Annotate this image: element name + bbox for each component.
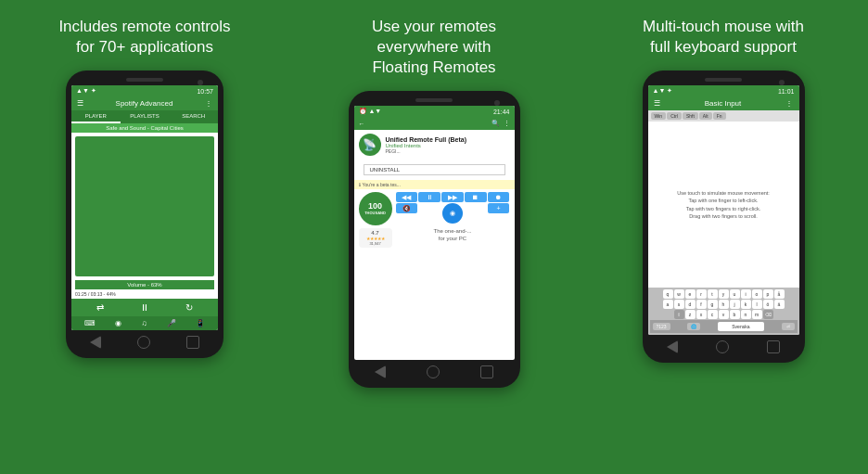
home-btn-3[interactable] [716, 340, 729, 353]
rbtn-1[interactable]: ◀◀ [396, 192, 418, 202]
panel-basic-input: Multi-touch mouse with full keyboard sup… [579, 0, 868, 474]
key-space[interactable]: Svenska [718, 322, 764, 331]
back-btn-1[interactable] [90, 336, 101, 349]
rbtn-center[interactable]: ◉ [442, 203, 463, 224]
app-details: Unified Remote Full (Beta) Unified Inten… [386, 136, 467, 154]
keyboard-icon[interactable]: ⌨ [84, 319, 96, 327]
spotify-header: ☰ Spotify Advanced ⋮ [71, 96, 218, 110]
ctrl-key[interactable]: Ctrl [667, 112, 682, 120]
key-aa[interactable]: å [774, 289, 785, 299]
shuffle-icon[interactable]: ⇄ [96, 302, 104, 313]
home-btn-1[interactable] [137, 336, 150, 349]
phone2: ⏰ ▲▼ 21:44 ← 🔍 ⋮ 📡 Unified Remote Full (… [349, 91, 520, 388]
key-h[interactable]: h [719, 300, 729, 309]
key-n[interactable]: n [741, 310, 751, 319]
repeat-icon[interactable]: ↻ [185, 302, 193, 313]
basic-input-header: ☰ Basic Input ⋮ [648, 96, 799, 110]
rbtn-3[interactable]: ▶▶ [441, 192, 464, 202]
key-o[interactable]: o [752, 289, 762, 299]
tab-playlists[interactable]: PLAYLISTS [121, 110, 170, 123]
phone-icon[interactable]: 📱 [196, 319, 205, 327]
key-d[interactable]: d [685, 300, 696, 309]
main-container: Includes remote controls for 70+ applica… [0, 0, 868, 474]
rbtn-2[interactable]: ⏸ [418, 192, 440, 202]
key-r[interactable]: r [696, 289, 707, 299]
phone2-bottom [354, 360, 515, 380]
back-btn-2[interactable] [375, 365, 386, 378]
mouse-instructions: Use touch to simulate mouse movement: Ta… [677, 189, 770, 220]
key-oe[interactable]: ö [763, 300, 773, 309]
phone2-screen: ⏰ ▲▼ 21:44 ← 🔍 ⋮ 📡 Unified Remote Full (… [354, 106, 515, 360]
key-f[interactable]: f [696, 300, 707, 309]
rbtn-4[interactable]: ⏹ [465, 192, 487, 202]
kb-row-2: a s d f g h j k l ö ä [650, 300, 798, 309]
key-123[interactable]: ?123 [653, 323, 670, 330]
remote-icon[interactable]: ◉ [115, 319, 121, 327]
menu-icon-3: ☰ [654, 99, 660, 108]
key-w[interactable]: w [674, 289, 684, 299]
key-c[interactable]: c [708, 310, 718, 319]
key-i[interactable]: i [741, 289, 751, 299]
music-icon[interactable]: ♫ [141, 319, 147, 327]
key-x[interactable]: x [696, 310, 707, 319]
shift-key[interactable]: Shft [683, 112, 698, 120]
key-q[interactable]: q [663, 289, 673, 299]
fn-key[interactable]: Fn [713, 112, 726, 120]
key-u[interactable]: u [730, 289, 740, 299]
downloads-label: THOUSAND [364, 211, 386, 215]
mic-icon[interactable]: 🎤 [167, 319, 176, 327]
key-p[interactable]: p [763, 289, 773, 299]
key-backspace[interactable]: ⌫ [763, 310, 773, 319]
more-icon[interactable]: ⋮ [504, 120, 510, 127]
key-z[interactable]: z [685, 310, 696, 319]
key-k[interactable]: k [741, 300, 751, 309]
key-y[interactable]: y [719, 289, 729, 299]
phone3-screen: ▲▼ ✦ 11:01 ☰ Basic Input ⋮ Win Ctrl Shft… [648, 85, 799, 335]
recents-btn-3[interactable] [767, 340, 780, 353]
rbtn-6[interactable]: 🔇 [396, 203, 418, 213]
key-shift[interactable]: ⇧ [674, 310, 684, 319]
key-j[interactable]: j [730, 300, 740, 309]
uninstall-button[interactable]: UNINSTALL [364, 164, 505, 175]
tab-player[interactable]: PLAYER [71, 110, 121, 123]
recents-btn-2[interactable] [480, 365, 493, 378]
stats-col: 100 THOUSAND 4.7 ★★★★★ 31,947 [359, 192, 392, 248]
panel3-title: Multi-touch mouse with full keyboard sup… [643, 17, 804, 58]
phone2-camera [494, 100, 500, 106]
key-e[interactable]: e [685, 289, 696, 299]
key-s[interactable]: s [674, 300, 684, 309]
tab-search[interactable]: SEARCH [169, 110, 218, 123]
key-enter[interactable]: ⏎ [782, 323, 795, 330]
phone3: ▲▼ ✦ 11:01 ☰ Basic Input ⋮ Win Ctrl Shft… [643, 70, 805, 363]
key-globe[interactable]: 🌐 [687, 323, 700, 330]
album-art [75, 136, 214, 276]
key-v[interactable]: v [719, 310, 729, 319]
key-a[interactable]: a [663, 300, 673, 309]
back-arrow-icon[interactable]: ← [359, 121, 365, 127]
keyboard-area: q w e r t y u i o p å a s [648, 288, 799, 335]
panel-unified: Use your remotes everywhere with Floatin… [289, 0, 579, 474]
phone1-bottom [71, 330, 218, 351]
key-l[interactable]: l [752, 300, 762, 309]
rbtn-5[interactable]: ⏺ [488, 192, 510, 202]
remote-controls: ◀◀ ⏸ ▶▶ ⏹ ⏺ 🔇 ◉ + The one-and-... for yo… [396, 192, 510, 248]
progress-bar-container: 01:25 / 03:13 - 44% [71, 289, 218, 299]
status-icons-3: ▲▼ ✦ [653, 87, 673, 95]
back-btn-3[interactable] [667, 340, 678, 353]
key-m[interactable]: m [752, 310, 762, 319]
kb-bottom-bar: ?123 🌐 Svenska ⏎ [650, 320, 798, 333]
phone1: ▲▼ ✦ 10:57 ☰ Spotify Advanced ⋮ PLAYER P… [66, 70, 223, 358]
mouse-instr-1: Use touch to simulate mouse movement: [677, 189, 770, 197]
recents-btn-1[interactable] [186, 336, 199, 349]
home-btn-2[interactable] [427, 365, 440, 378]
mouse-area[interactable]: Use touch to simulate mouse movement: Ta… [651, 124, 797, 285]
rbtn-vol[interactable]: + [488, 203, 510, 213]
search-icon[interactable]: 🔍 [491, 120, 500, 127]
key-g[interactable]: g [708, 300, 718, 309]
key-ae[interactable]: ä [774, 300, 785, 309]
pause-icon[interactable]: ⏸ [140, 302, 149, 313]
alt-key[interactable]: Alt [699, 112, 712, 120]
win-key[interactable]: Win [651, 112, 667, 120]
key-t[interactable]: t [708, 289, 718, 299]
key-b[interactable]: b [730, 310, 740, 319]
